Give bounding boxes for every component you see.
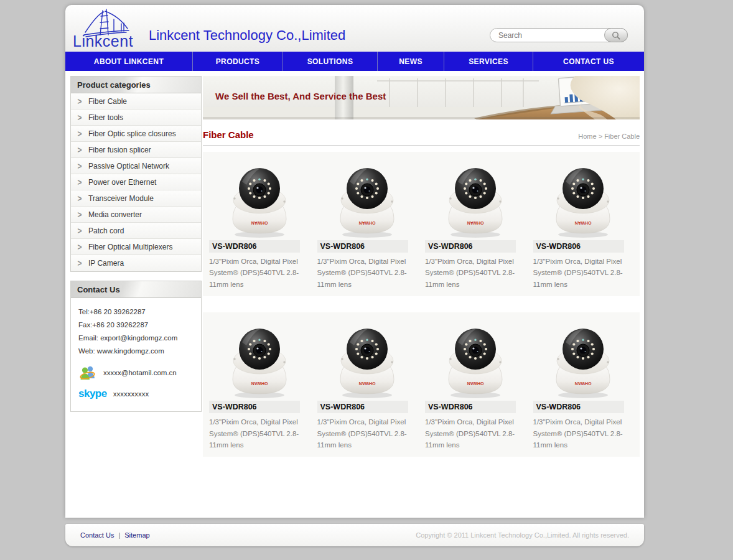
contact-us-title: Contact Us	[71, 281, 201, 298]
nav-item-label: CONTACT US	[563, 57, 614, 66]
main-column: We Sell the Best, And Service the Best F…	[203, 76, 640, 518]
sidebar-category-label: Media converter	[88, 210, 142, 219]
product-image[interactable]: OHWAN	[209, 159, 310, 239]
page-wrapper: Linkcent Linkcent Technology Co.,Limited…	[65, 5, 644, 546]
search-icon	[611, 30, 621, 40]
product-card: OHWAN VS-WDR806 1/3"Pixim Orca, Digital …	[530, 159, 638, 290]
contact-tel: Tel:+86 20 39262287	[78, 306, 194, 319]
product-image[interactable]: OHWAN	[317, 320, 418, 399]
sidebar-category-item[interactable]: > Fiber tools	[71, 110, 201, 126]
camera-brand-text: OHWAN	[251, 381, 268, 386]
product-name-link[interactable]: VS-WDR806	[209, 401, 300, 413]
product-categories-list: > Fiber Cable > Fiber tools > Fiber Opti…	[71, 93, 201, 271]
footer-sitemap-link[interactable]: Sitemap	[124, 531, 149, 539]
product-description: 1/3"Pixim Orca, Digital Pixel System® (D…	[317, 416, 416, 450]
sidebar-category-item[interactable]: > Transceiver Module	[71, 190, 201, 207]
nav-item[interactable]: ABOUT LINKCENT	[65, 52, 193, 71]
sidebar-category-label: Fiber tools	[88, 113, 123, 122]
sidebar-category-label: Transceiver Module	[88, 194, 154, 203]
product-name-link[interactable]: VS-WDR806	[317, 240, 408, 253]
sidebar-category-item[interactable]: > Fiber Optic splice closures	[71, 126, 201, 142]
sidebar-category-item[interactable]: > Fiber Optical Multiplexers	[71, 239, 201, 255]
site-header: Linkcent Linkcent Technology Co.,Limited	[65, 5, 644, 52]
product-image[interactable]: OHWAN	[533, 159, 634, 239]
product-card: OHWAN VS-WDR806 1/3"Pixim Orca, Digital …	[314, 159, 422, 290]
camera-brand-text: OHWAN	[575, 381, 592, 386]
sidebar-category-item[interactable]: > Fiber fusion splicer	[71, 142, 201, 158]
contact-fax: Fax:+86 20 39262287	[78, 319, 194, 332]
page-head: Fiber Cable Home > Fiber Cable	[203, 129, 640, 146]
breadcrumb: Home > Fiber Cable	[578, 133, 640, 140]
sidebar-category-item[interactable]: > Media converter	[71, 207, 201, 223]
dome-camera-image: OHWAN	[336, 159, 398, 239]
sidebar-category-item[interactable]: > Fiber Cable	[71, 93, 201, 110]
contact-us-box: Contact Us Tel:+86 20 39262287 Fax:+86 2…	[70, 281, 202, 412]
nav-item-label: SOLUTIONS	[307, 57, 353, 66]
product-image[interactable]: OHWAN	[317, 159, 418, 239]
product-name-link[interactable]: VS-WDR806	[533, 401, 624, 413]
nav-item-label: PRODUCTS	[216, 57, 260, 66]
content-panel: Linkcent Linkcent Technology Co.,Limited…	[65, 5, 644, 518]
product-description: 1/3"Pixim Orca, Digital Pixel System® (D…	[209, 256, 307, 290]
chevron-right-icon: >	[71, 225, 88, 235]
chevron-right-icon: >	[71, 241, 88, 251]
footer-contact-link[interactable]: Contact Us	[80, 531, 114, 539]
content-area: Product categories > Fiber Cable > Fiber…	[65, 71, 644, 518]
page-title: Fiber Cable	[203, 129, 254, 140]
contact-email: Email: export@kingdomgz.com	[78, 332, 194, 345]
skype-row: skype xxxxxxxxxx	[78, 388, 194, 400]
contact-us-body: Tel:+86 20 39262287 Fax:+86 20 39262287 …	[71, 298, 201, 411]
product-image[interactable]: OHWAN	[425, 320, 526, 399]
product-name-link[interactable]: VS-WDR806	[425, 401, 516, 413]
company-logo[interactable]: Linkcent	[72, 6, 147, 51]
product-card: OHWAN VS-WDR806 1/3"Pixim Orca, Digital …	[530, 320, 638, 450]
main-nav: ABOUT LINKCENTPRODUCTSSOLUTIONSNEWSSERVI…	[65, 52, 644, 71]
product-name-link[interactable]: VS-WDR806	[317, 401, 408, 413]
contact-web: Web: www.kingdomgz.com	[78, 345, 194, 358]
msn-account: xxxxx@hotamil.com.cn	[103, 369, 177, 376]
product-card: OHWAN VS-WDR806 1/3"Pixim Orca, Digital …	[421, 159, 530, 290]
product-image[interactable]: OHWAN	[533, 320, 634, 399]
camera-brand-text: OHWAN	[575, 221, 592, 225]
nav-item-label: NEWS	[399, 57, 423, 66]
product-card: OHWAN VS-WDR806 1/3"Pixim Orca, Digital …	[205, 320, 314, 450]
product-description: 1/3"Pixim Orca, Digital Pixel System® (D…	[425, 256, 523, 290]
product-image[interactable]: OHWAN	[209, 320, 310, 399]
chevron-right-icon: >	[71, 112, 88, 122]
search-input[interactable]	[490, 29, 604, 41]
sidebar-category-item[interactable]: > Power over Ethernet	[71, 174, 201, 190]
search-box	[490, 28, 628, 42]
product-card: OHWAN VS-WDR806 1/3"Pixim Orca, Digital …	[421, 320, 530, 450]
product-description: 1/3"Pixim Orca, Digital Pixel System® (D…	[425, 416, 523, 450]
dome-camera-image: OHWAN	[552, 159, 614, 239]
chevron-right-icon: >	[71, 161, 88, 170]
product-image[interactable]: OHWAN	[425, 159, 526, 239]
product-categories-box: Product categories > Fiber Cable > Fiber…	[70, 76, 202, 272]
nav-item[interactable]: CONTACT US	[533, 52, 644, 71]
site-footer: Contact Us | Sitemap Copyright © 2011 Li…	[65, 524, 644, 546]
nav-item[interactable]: NEWS	[378, 52, 444, 71]
nav-item[interactable]: SERVICES	[444, 52, 533, 71]
msn-row: xxxxx@hotamil.com.cn	[78, 364, 194, 381]
sidebar: Product categories > Fiber Cable > Fiber…	[70, 76, 202, 518]
product-name-link[interactable]: VS-WDR806	[425, 240, 516, 253]
sidebar-category-label: Patch cord	[88, 226, 124, 235]
sidebar-category-item[interactable]: > Passive Optical Network	[71, 158, 201, 174]
footer-separator: |	[118, 531, 120, 539]
product-description: 1/3"Pixim Orca, Digital Pixel System® (D…	[533, 416, 632, 450]
sidebar-category-item[interactable]: > IP Camera	[71, 255, 201, 271]
msn-messenger-icon	[78, 364, 97, 381]
nav-item[interactable]: PRODUCTS	[193, 52, 283, 71]
sidebar-category-label: Fiber Optic splice closures	[88, 129, 176, 138]
product-card: OHWAN VS-WDR806 1/3"Pixim Orca, Digital …	[205, 159, 314, 290]
breadcrumb-separator: >	[599, 133, 602, 140]
chevron-right-icon: >	[71, 144, 88, 154]
nav-item[interactable]: SOLUTIONS	[283, 52, 378, 71]
sidebar-category-item[interactable]: > Patch cord	[71, 223, 201, 239]
product-name-link[interactable]: VS-WDR806	[209, 240, 300, 253]
product-description: 1/3"Pixim Orca, Digital Pixel System® (D…	[533, 256, 632, 290]
camera-brand-text: OHWAN	[359, 221, 376, 225]
breadcrumb-home-link[interactable]: Home	[578, 133, 596, 140]
product-name-link[interactable]: VS-WDR806	[533, 240, 624, 253]
search-button[interactable]	[604, 28, 628, 42]
